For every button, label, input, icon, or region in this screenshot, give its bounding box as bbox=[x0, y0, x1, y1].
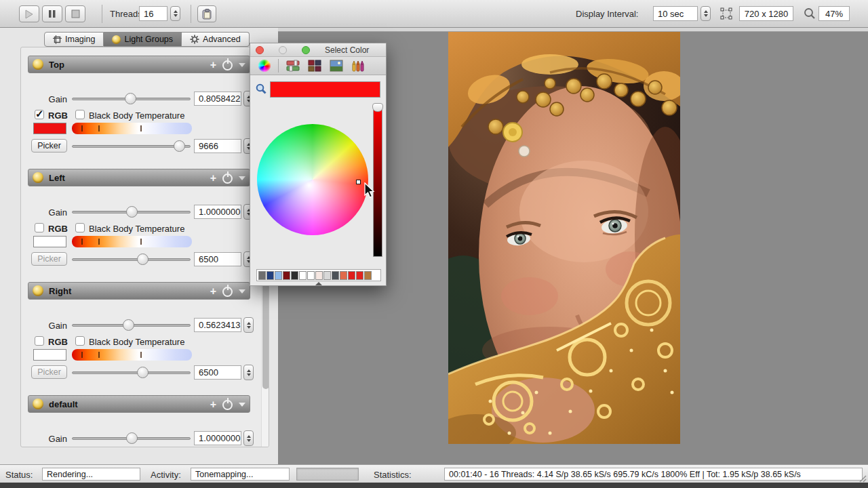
collapse-icon[interactable] bbox=[239, 63, 245, 67]
color-swatch[interactable] bbox=[356, 271, 363, 280]
color-swatch[interactable] bbox=[291, 271, 298, 280]
threads-stepper[interactable] bbox=[170, 6, 180, 21]
gain-slider[interactable] bbox=[72, 98, 191, 100]
power-icon[interactable] bbox=[222, 400, 233, 410]
gain-stepper[interactable] bbox=[243, 430, 254, 446]
brightness-slider[interactable] bbox=[373, 106, 382, 257]
brightness-slider-knob[interactable] bbox=[372, 103, 383, 112]
render-stop-button[interactable] bbox=[65, 5, 85, 22]
picker-value-field[interactable]: 6500 bbox=[194, 252, 241, 266]
picker-slider-knob[interactable] bbox=[174, 140, 185, 152]
color-swatch[interactable] bbox=[275, 271, 282, 280]
group-color-swatch[interactable] bbox=[33, 123, 66, 134]
picker-slider-knob[interactable] bbox=[137, 253, 149, 265]
rgb-checkbox[interactable] bbox=[35, 223, 44, 232]
group-header[interactable]: Right + bbox=[28, 282, 250, 300]
color-swatch[interactable] bbox=[307, 271, 315, 280]
add-icon[interactable]: + bbox=[210, 400, 216, 409]
color-swatch[interactable] bbox=[299, 271, 307, 280]
gain-slider[interactable] bbox=[72, 437, 191, 440]
bbt-checkbox[interactable] bbox=[75, 110, 85, 119]
picker-slider[interactable] bbox=[72, 371, 191, 374]
power-icon[interactable] bbox=[222, 60, 233, 70]
gain-value-field[interactable]: 1.0000000 bbox=[194, 205, 241, 219]
sliders-mode-icon[interactable] bbox=[285, 59, 300, 73]
gain-slider-knob[interactable] bbox=[125, 93, 136, 104]
threads-input[interactable]: 16 bbox=[139, 6, 167, 21]
render-start-button[interactable] bbox=[19, 5, 39, 22]
color-swatch[interactable] bbox=[364, 271, 372, 280]
display-interval-stepper[interactable] bbox=[701, 6, 711, 21]
picker-button[interactable]: Picker bbox=[31, 365, 67, 379]
display-interval-input[interactable]: 10 sec bbox=[653, 6, 698, 21]
minimize-icon[interactable] bbox=[279, 46, 287, 54]
add-icon[interactable]: + bbox=[210, 174, 216, 183]
light-groups-panel: Top + Gain 0.8058422 RGB Black Body Temp… bbox=[20, 47, 269, 447]
color-swatch[interactable] bbox=[332, 271, 339, 280]
crayons-mode-icon[interactable] bbox=[351, 59, 366, 73]
picker-slider[interactable] bbox=[72, 145, 191, 148]
rgb-checkbox[interactable] bbox=[35, 110, 44, 119]
color-swatch[interactable] bbox=[340, 271, 347, 280]
resize-icon[interactable] bbox=[720, 7, 733, 23]
group-color-swatch[interactable] bbox=[33, 349, 66, 361]
tab-advanced[interactable]: Advanced bbox=[182, 32, 250, 47]
blackbody-gradient[interactable] bbox=[72, 349, 192, 361]
gain-value-field[interactable]: 1.0000000 bbox=[194, 431, 241, 445]
group-color-swatch[interactable] bbox=[33, 236, 66, 247]
zoom-loupe-icon[interactable] bbox=[804, 7, 816, 22]
color-swatch[interactable] bbox=[348, 271, 355, 280]
gain-stepper[interactable] bbox=[243, 317, 254, 333]
toolbar-separator bbox=[278, 59, 279, 73]
rgb-checkbox[interactable] bbox=[35, 336, 44, 346]
gain-value-field[interactable]: 0.5623413 bbox=[194, 318, 241, 332]
tab-light-groups[interactable]: Light Groups bbox=[104, 32, 182, 47]
picker-slider-knob[interactable] bbox=[137, 367, 149, 378]
color-swatch[interactable] bbox=[258, 271, 266, 280]
dialog-titlebar[interactable]: Select Color bbox=[250, 43, 386, 57]
colorwheel-mode-icon[interactable] bbox=[257, 59, 272, 73]
color-swatch[interactable] bbox=[267, 271, 274, 280]
resize-grip[interactable] bbox=[857, 473, 867, 483]
blackbody-gradient[interactable] bbox=[72, 236, 192, 247]
collapse-icon[interactable] bbox=[239, 289, 245, 293]
colorwheel-selection-marker[interactable] bbox=[356, 180, 361, 184]
color-swatch[interactable] bbox=[315, 271, 323, 280]
picker-stepper[interactable] bbox=[243, 365, 254, 380]
power-icon[interactable] bbox=[222, 174, 233, 184]
zoom-window-icon[interactable] bbox=[302, 46, 310, 54]
gain-slider[interactable] bbox=[72, 324, 191, 327]
picker-value-field[interactable]: 6500 bbox=[194, 365, 241, 380]
gain-slider-knob[interactable] bbox=[123, 319, 134, 331]
picker-button[interactable]: Picker bbox=[31, 139, 67, 152]
color-wheel[interactable] bbox=[257, 124, 368, 235]
collapse-icon[interactable] bbox=[239, 176, 245, 180]
color-swatch[interactable] bbox=[283, 271, 290, 280]
bbt-checkbox[interactable] bbox=[75, 223, 85, 232]
bbt-checkbox[interactable] bbox=[75, 336, 85, 346]
power-icon[interactable] bbox=[222, 287, 233, 297]
collapse-icon[interactable] bbox=[239, 403, 245, 407]
gain-slider[interactable] bbox=[72, 211, 191, 214]
render-pause-button[interactable] bbox=[42, 5, 62, 22]
blackbody-gradient[interactable] bbox=[72, 123, 192, 134]
group-header[interactable]: default + bbox=[28, 395, 250, 413]
close-icon[interactable] bbox=[256, 46, 264, 54]
picker-button[interactable]: Picker bbox=[31, 252, 67, 266]
magnifier-pick-icon[interactable] bbox=[256, 83, 267, 94]
swatch-drawer-handle[interactable] bbox=[315, 282, 322, 285]
tab-imaging[interactable]: Imaging bbox=[44, 32, 104, 47]
gain-slider-knob[interactable] bbox=[126, 206, 138, 218]
picker-value-field[interactable]: 9666 bbox=[194, 139, 241, 153]
group-header[interactable]: Left + bbox=[28, 169, 250, 186]
color-swatch[interactable] bbox=[323, 271, 331, 280]
add-icon[interactable]: + bbox=[210, 60, 216, 70]
add-icon[interactable]: + bbox=[210, 287, 216, 296]
gain-value-field[interactable]: 0.8058422 bbox=[194, 92, 241, 106]
gain-slider-knob[interactable] bbox=[126, 432, 138, 444]
palette-mode-icon[interactable] bbox=[307, 59, 322, 73]
image-mode-icon[interactable] bbox=[329, 59, 344, 73]
copy-to-clipboard-button[interactable] bbox=[197, 5, 216, 22]
picker-slider[interactable] bbox=[72, 258, 191, 261]
group-header[interactable]: Top + bbox=[28, 56, 250, 73]
